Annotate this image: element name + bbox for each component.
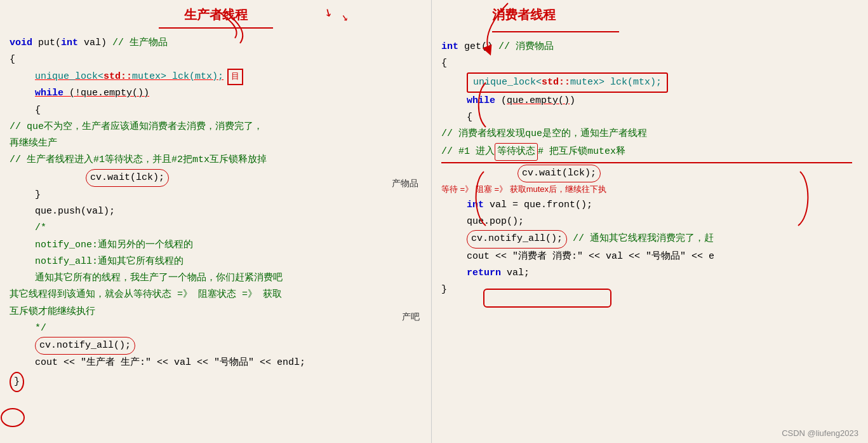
- code-line: 其它线程得到该通知，就会从等待状态 =》 阻塞状态 =》 获取: [10, 287, 422, 303]
- code-line: }: [441, 282, 858, 298]
- code-line: /*: [10, 220, 422, 236]
- code-line: while (!que.empty()): [10, 85, 422, 102]
- code-line: while (que.empty()): [441, 93, 858, 109]
- code-line: // #1 进入等待状态# 把互斥锁mutex释: [441, 143, 858, 161]
- code-line: return val;: [441, 265, 858, 282]
- code-line: }: [10, 372, 422, 392]
- code-line: 互斥锁才能继续执行: [10, 304, 422, 320]
- code-line: cv.wait(lck);: [10, 169, 422, 187]
- code-line: 等待 =》 阻塞 =》 获取mutex后，继续往下执: [441, 182, 858, 197]
- left-panel: 生产者线程 ↘ ↘ void put(int val) // 生产物品 { un…: [0, 0, 432, 443]
- code-line: int val = que.front();: [441, 197, 858, 214]
- code-line: {: [10, 51, 422, 68]
- code-line: cv.notify_all();: [10, 337, 422, 355]
- code-line: notify_one:通知另外的一个线程的: [10, 237, 422, 254]
- code-line: 通知其它所有的线程，我生产了一个物品，你们赶紧消费吧: [10, 270, 422, 287]
- csdn-footer: CSDN @liufeng2023: [782, 428, 858, 438]
- code-line: cout << "消费者 消费:" << val << "号物品" << e: [441, 249, 858, 265]
- code-line: int get() // 消费物品: [441, 39, 858, 55]
- code-line: }: [10, 187, 422, 203]
- code-line: {: [441, 109, 858, 126]
- annotation-product1: 产物品: [392, 178, 418, 189]
- code-line: cv.notify_all(); // 通知其它线程我消费完了，赶: [441, 230, 858, 248]
- main-container: 生产者线程 ↘ ↘ void put(int val) // 生产物品 { un…: [0, 0, 868, 443]
- code-line: que.pop();: [441, 214, 858, 230]
- left-code: void put(int val) // 生产物品 { unique_lock<…: [10, 35, 422, 392]
- code-line: {: [10, 102, 422, 119]
- code-line: {: [441, 55, 858, 72]
- code-line: unique_lock<std::mutex> lck(mtx);: [441, 72, 858, 93]
- code-line: que.push(val);: [10, 203, 422, 220]
- right-panel: 消费者线程 int get() // 消费物品 { unique_lock<st…: [432, 0, 868, 443]
- code-line: // 生产者线程进入#1等待状态，并且#2把mtx互斥锁释放掉: [10, 152, 422, 168]
- left-title: 生产者线程: [184, 8, 248, 22]
- svg-point-0: [1, 409, 24, 426]
- code-line: cout << "生产者 生产:" << val << "号物品" << end…: [10, 355, 422, 371]
- code-line: */: [10, 320, 422, 337]
- annotation-product2: 产吧: [402, 311, 420, 323]
- code-line: void put(int val) // 生产物品: [10, 35, 422, 51]
- right-title: 消费者线程: [492, 6, 556, 24]
- code-line: unique_lock<std::mutex> lck(mtx); 目: [10, 69, 422, 86]
- right-code: int get() // 消费物品 { unique_lock<std::mut…: [441, 39, 858, 298]
- code-line: // 消费者线程发现que是空的，通知生产者线程: [441, 126, 858, 142]
- code-line: 再继续生产: [10, 135, 422, 152]
- code-line: notify_all:通知其它所有线程的: [10, 254, 422, 270]
- code-line: cv.wait(lck);: [441, 165, 858, 182]
- code-line: // que不为空，生产者应该通知消费者去消费，消费完了，: [10, 119, 422, 135]
